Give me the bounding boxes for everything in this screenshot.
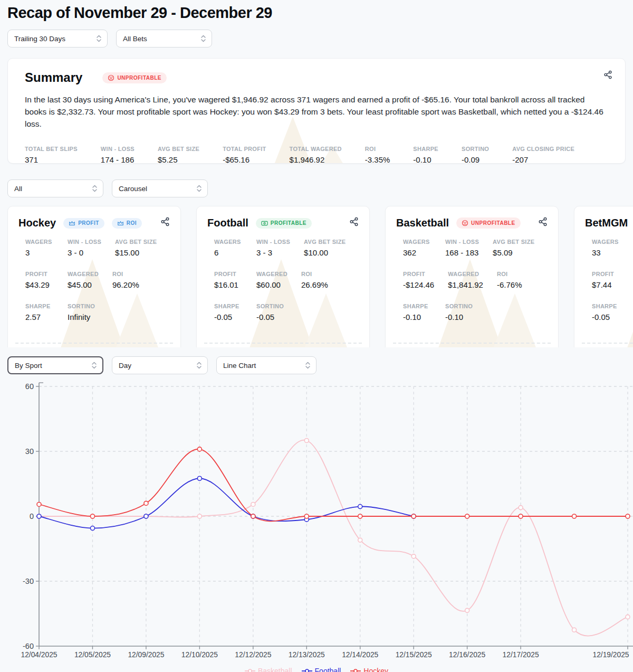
svg-text:12/14/2025: 12/14/2025 [342,651,378,659]
recap-page: Recap of November 29 - December 29 Trail… [0,0,633,672]
top-filter-row: Trailing 30 Days All Bets [7,30,626,48]
stat-total-wagered: TOTAL WAGERED$1,946.92 [290,146,342,164]
stat-wagers: WAGERS33 [592,239,620,257]
svg-text:30: 30 [25,447,34,456]
profitable-badge: PROFITABLE [256,218,312,229]
sport-card-title: BetMGM [585,217,628,229]
stat-wagers: WAGERS362 [403,239,431,257]
sport-card-title: Football [207,217,248,229]
svg-text:12/12/2025: 12/12/2025 [235,651,271,659]
sport-card-betmgm: BetMGM WAGERS33WIN - LOSS PROFIT$7.44WAG… [574,206,633,347]
chevron-updown-icon [200,34,206,43]
stat-avg-bet-size: AVG BET SIZE$5.09 [493,239,534,257]
unprofitable-badge-label: UNPROFITABLE [117,75,161,81]
sport-card-title: Basketball [396,217,449,229]
stat-profit: PROFIT-$124.46 [403,271,434,289]
chevron-updown-icon [196,184,202,193]
svg-text:12/05/2025: 12/05/2025 [74,651,111,659]
stat-total-bet-slips: TOTAL BET SLIPS371 [25,146,78,164]
sport-card-header: HockeyPROFITROI [18,217,170,229]
chevron-updown-icon [91,361,97,370]
stat-sortino: SORTINOInfinity [68,303,96,321]
bet-type-select-value: All Bets [123,35,147,43]
stat-win-loss: WIN - LOSS3 - 0 [68,239,101,257]
svg-text:12/17/2025: 12/17/2025 [503,651,539,659]
svg-text:0: 0 [30,512,34,520]
svg-text:12/15/2025: 12/15/2025 [396,651,432,659]
legend-label: Hockey [363,667,388,672]
stat-avg-bet-size: AVG BET SIZE$5.25 [158,146,199,164]
stat-wagered: WAGERED$60.00 [256,271,287,289]
card-filter-row: All Carousel [7,179,626,197]
chart-type-select[interactable]: Line Chart [216,356,316,374]
summary-header: Summary UNPROFITABLE [25,70,608,85]
layout-select[interactable]: Carousel [112,179,208,197]
stat-avg-bet-size: AVG BET SIZE$10.00 [304,239,346,257]
sport-card-stats: WAGERS33WIN - LOSS PROFIT$7.44WAGERED$ S… [585,229,633,321]
chevron-updown-icon [96,34,102,43]
card-divider [204,343,362,344]
summary-description: In the last 30 days using America's Line… [25,93,608,130]
group-by-select[interactable]: By Sport [7,356,103,374]
stat-avg-closing-price: AVG CLOSING PRICE-207 [512,146,574,164]
stat-profit: PROFIT$7.44 [592,271,620,289]
profit-line-chart: 60300-30-6012/04/202512/05/202512/09/202… [7,382,626,672]
period-select[interactable]: Trailing 30 Days [7,30,108,48]
legend-item-basketball[interactable]: Basketball [245,667,292,672]
stat-wagers: WAGERS3 [25,239,54,257]
chart-filter-row: By Sport Day Line Chart [7,356,626,374]
interval-select[interactable]: Day [112,356,208,374]
stat-profit: PROFIT$43.29 [25,271,54,289]
stat-roi: ROI-6.76% [497,271,525,289]
stat-sortino: SORTINO-0.05 [256,303,285,321]
svg-text:-30: -30 [23,577,34,585]
svg-text:12/13/2025: 12/13/2025 [289,651,325,659]
chevron-updown-icon [92,184,98,193]
scope-select[interactable]: All [7,179,103,197]
sport-card-stats: WAGERS6WIN - LOSS3 - 3AVG BET SIZE$10.00… [207,229,359,321]
summary-stats-row: TOTAL BET SLIPS371 WIN - LOSS174 - 186 A… [25,146,608,164]
group-by-select-value: By Sport [15,362,42,370]
stat-roi: ROI96.20% [112,271,141,289]
card-divider [582,343,633,344]
svg-text:12/16/2025: 12/16/2025 [449,651,485,659]
sport-card-football: FootballPROFITABLE WAGERS6WIN - LOSS3 - … [196,206,370,347]
stat-win-loss: WIN - LOSS168 - 183 [445,239,479,257]
sport-card-stats: WAGERS362WIN - LOSS168 - 183AVG BET SIZE… [396,229,548,321]
chart-canvas: 60300-30-6012/04/202512/05/202512/09/202… [7,382,633,660]
stat-avg-bet-size: AVG BET SIZE$15.00 [115,239,157,257]
sport-card-header: BasketballUNPROFITABLE [396,217,548,229]
stat-win-loss: WIN - LOSS3 - 3 [256,239,290,257]
chevron-updown-icon [196,361,202,370]
legend-item-hockey[interactable]: Hockey [350,667,388,672]
summary-card: Summary UNPROFITABLE In the last 30 days… [7,58,626,164]
stat-roi: ROI-3.35% [365,146,390,164]
svg-text:12/10/2025: 12/10/2025 [181,651,218,659]
chevron-updown-icon [305,361,311,370]
chart-legend: BasketballFootballHockey [7,667,626,672]
period-select-value: Trailing 30 Days [14,35,65,43]
bet-type-select[interactable]: All Bets [116,30,212,48]
stat-wagered: WAGERED$1,841.92 [448,271,483,289]
stat-wagered: WAGERED$45.00 [68,271,99,289]
stat-sharpe: SHARPE-0.05 [214,303,243,321]
legend-label: Basketball [258,667,292,672]
sport-card-header: BetMGM [585,217,633,229]
roi-badge: ROI [112,218,142,229]
banknote-icon [261,220,268,226]
sport-card-hockey: HockeyPROFITROI WAGERS3WIN - LOSS3 - 0AV… [7,206,181,347]
crown-icon [117,220,124,226]
card-divider [15,343,173,344]
stat-sortino: SORTINO-0.09 [462,146,489,164]
stat-roi: ROI26.69% [301,271,330,289]
stat-profit: PROFIT$16.01 [214,271,243,289]
profit-badge: PROFIT [63,218,104,229]
unprofitable-badge: UNPROFITABLE [102,72,167,83]
legend-item-football[interactable]: Football [302,667,341,672]
page-title: Recap of November 29 - December 29 [7,4,626,22]
stat-sharpe: SHARPE2.57 [25,303,54,321]
legend-label: Football [315,667,341,672]
sport-card-carousel: HockeyPROFITROI WAGERS3WIN - LOSS3 - 0AV… [7,206,633,347]
svg-text:12/09/2025: 12/09/2025 [128,651,164,659]
summary-title: Summary [25,70,82,85]
